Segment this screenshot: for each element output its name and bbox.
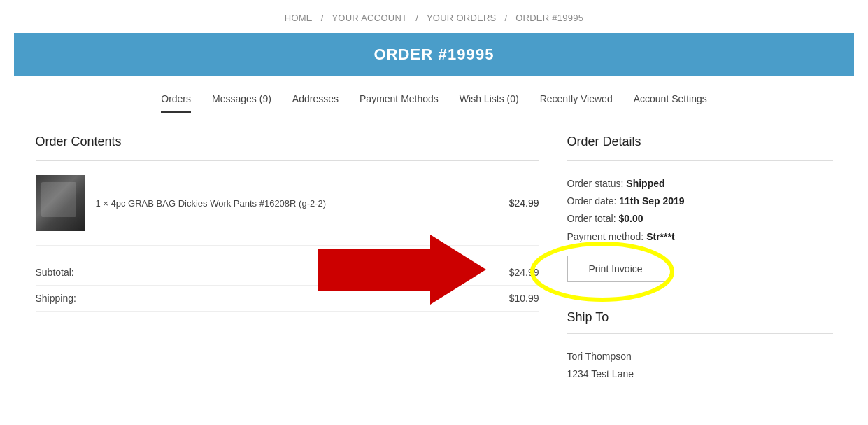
ship-address: Tori Thompson 1234 Test Lane — [567, 348, 833, 383]
print-invoice-container: Print Invoice — [567, 256, 664, 282]
breadcrumb-sep3: / — [504, 13, 507, 23]
order-total-row: Order total: $0.00 — [567, 210, 833, 228]
subtotal-label: Subtotal: — [36, 267, 74, 278]
product-info: 1 × 4pc GRAB BAG Dickies Work Pants #162… — [96, 198, 498, 209]
product-name[interactable]: 4pc GRAB BAG Dickies Work Pants #16208R … — [111, 198, 327, 209]
order-total-label: Order total: — [567, 213, 616, 224]
order-date-row: Order date: 11th Sep 2019 — [567, 193, 833, 210]
order-title: ORDER #19995 — [27, 46, 841, 64]
order-details-title: Order Details — [567, 134, 833, 149]
order-status-value: Shipped — [626, 178, 664, 189]
order-header: ORDER #19995 — [14, 33, 854, 76]
divider-3 — [567, 333, 833, 334]
shipping-row: Shipping: $10.99 — [36, 286, 539, 312]
product-row: 1 × 4pc GRAB BAG Dickies Work Pants #162… — [36, 175, 539, 246]
tab-payment-methods[interactable]: Payment Methods — [360, 93, 439, 113]
breadcrumb-sep2: / — [415, 13, 418, 23]
breadcrumb: HOME / YOUR ACCOUNT / YOUR ORDERS / ORDE… — [0, 0, 868, 33]
tab-messages[interactable]: Messages (9) — [212, 93, 271, 113]
order-contents-title: Order Contents — [36, 134, 539, 149]
product-quantity: 1 × — [96, 198, 111, 209]
tab-recently-viewed[interactable]: Recently Viewed — [540, 93, 613, 113]
order-contents-section: Order Contents 1 × 4pc GRAB BAG Dickies … — [36, 134, 539, 383]
shipping-value: $10.99 — [509, 293, 539, 304]
tab-account-settings[interactable]: Account Settings — [634, 93, 707, 113]
recipient-name: Tori Thompson — [567, 348, 833, 365]
order-date-label: Order date: — [567, 195, 617, 207]
payment-method-value: Str***t — [646, 231, 674, 242]
breadcrumb-sep1: / — [321, 13, 324, 23]
main-content: Order Contents 1 × 4pc GRAB BAG Dickies … — [15, 134, 854, 383]
print-invoice-button[interactable]: Print Invoice — [567, 256, 664, 282]
tab-addresses[interactable]: Addresses — [292, 93, 339, 113]
breadcrumb-account[interactable]: YOUR ACCOUNT — [332, 13, 407, 23]
order-status-label: Order status: — [567, 178, 624, 189]
divider-1 — [36, 160, 539, 161]
breadcrumb-home[interactable]: HOME — [285, 13, 313, 23]
breadcrumb-orders[interactable]: YOUR ORDERS — [427, 13, 497, 23]
breadcrumb-current: ORDER #19995 — [515, 13, 583, 23]
order-status-row: Order status: Shipped — [567, 175, 833, 193]
recipient-address: 1234 Test Lane — [567, 365, 833, 383]
product-image — [36, 175, 85, 231]
order-date-value: 11th Sep 2019 — [619, 195, 684, 207]
shipping-label: Shipping: — [36, 293, 76, 304]
ship-to-title: Ship To — [567, 310, 833, 325]
payment-method-row: Payment method: Str***t — [567, 228, 833, 246]
tab-wish-lists[interactable]: Wish Lists (0) — [460, 93, 519, 113]
subtotal-row: Subtotal: $24.99 — [36, 260, 539, 286]
order-total-value: $0.00 — [618, 213, 643, 224]
divider-2 — [567, 160, 833, 161]
order-details-section: Order Details Order status: Shipped Orde… — [567, 134, 833, 383]
tab-orders[interactable]: Orders — [161, 93, 191, 113]
nav-tabs: Orders Messages (9) Addresses Payment Me… — [14, 76, 854, 113]
product-price: $24.99 — [509, 197, 539, 209]
subtotal-value: $24.99 — [509, 267, 539, 278]
payment-method-label: Payment method: — [567, 231, 644, 242]
